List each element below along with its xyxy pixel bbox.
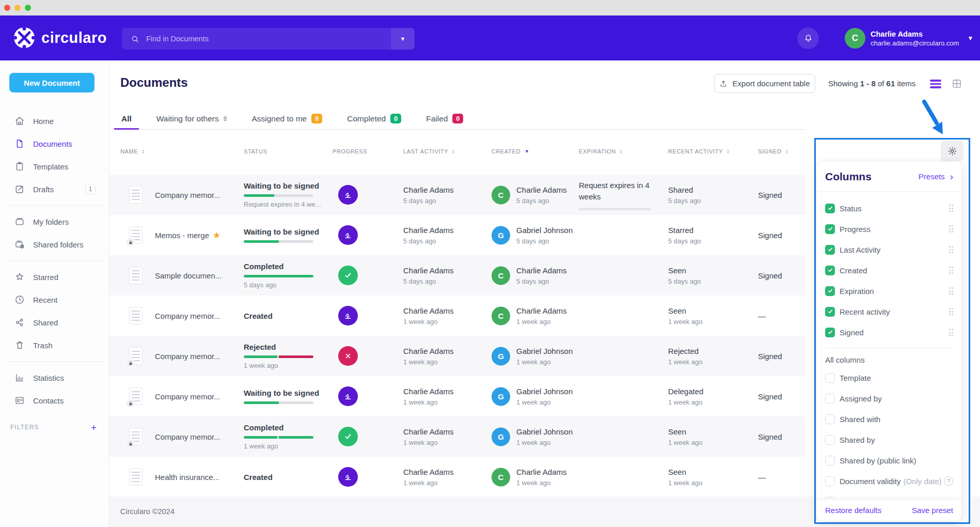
sidebar-item-statistics[interactable]: Statistics — [0, 366, 109, 389]
column-header-name[interactable]: NAME▴▾ — [120, 148, 145, 154]
column-toggle-row[interactable]: Last Activity — [825, 239, 953, 260]
sidebar-item-recent[interactable]: Recent — [0, 288, 109, 311]
table-settings-button[interactable] — [941, 141, 963, 161]
zoom-window-button[interactable] — [25, 5, 31, 11]
checked-checkbox[interactable] — [825, 328, 835, 337]
drag-handle-icon[interactable] — [949, 267, 954, 274]
drag-handle-icon[interactable] — [949, 205, 954, 212]
drag-handle-icon[interactable] — [949, 329, 954, 336]
notifications-button[interactable] — [797, 27, 819, 49]
document-name-cell[interactable]: Company memor... — [155, 312, 240, 320]
column-toggle-row[interactable]: Template — [825, 367, 953, 388]
checked-checkbox[interactable] — [825, 266, 835, 275]
column-toggle-row[interactable]: Status — [825, 198, 953, 219]
new-document-button[interactable]: New Document — [9, 73, 94, 92]
columns-dropdown: Columns Presets › StatusProgressLast Act… — [817, 162, 961, 521]
document-name-cell[interactable]: Memos - merge★ — [155, 231, 240, 240]
tab-all[interactable]: All — [120, 108, 133, 129]
tab-completed[interactable]: Completed0 — [346, 108, 402, 129]
tab-failed[interactable]: Failed0 — [425, 108, 464, 129]
recent-activity-time: 5 days ago — [668, 277, 701, 285]
sidebar-item-shared-folders[interactable]: Shared folders — [0, 233, 109, 256]
sidebar-item-my-folders[interactable]: My folders — [0, 210, 109, 233]
column-toggle-row[interactable]: Signed — [825, 322, 953, 343]
unchecked-checkbox[interactable] — [825, 394, 835, 404]
restore-defaults-link[interactable]: Restore defaults — [825, 506, 881, 515]
column-header-label: LAST ACTIVITY — [403, 148, 448, 154]
unchecked-checkbox[interactable] — [825, 435, 835, 445]
column-header-recent-activity[interactable]: RECENT ACTIVITY▴▾ — [668, 148, 730, 154]
document-name-cell[interactable]: Health insurance... — [155, 473, 240, 482]
column-toggle-row[interactable]: Expiration — [825, 281, 953, 301]
table-row[interactable]: Sample documen...Completed5 days agoChar… — [109, 255, 805, 296]
table-row[interactable]: Company memor...Waiting to be signedRequ… — [109, 175, 805, 215]
table-row[interactable]: Company memor...Completed1 week agoCharl… — [109, 416, 805, 457]
presets-button[interactable]: Presets › — [919, 172, 953, 181]
table-row[interactable]: Memos - merge★Waiting to be signedCharli… — [109, 215, 805, 255]
table-row[interactable]: Company memor...Rejected1 week agoCharli… — [109, 336, 805, 376]
checked-checkbox[interactable] — [825, 204, 835, 213]
table-row[interactable]: Company memor...CreatedCharlie Adams1 we… — [109, 296, 805, 336]
drag-handle-icon[interactable] — [949, 287, 954, 295]
checked-checkbox[interactable] — [825, 245, 835, 255]
creator-info: Gabriel Johnson1 week ago — [516, 387, 573, 406]
column-toggle-row[interactable]: Shared by (public link) — [825, 450, 953, 471]
document-name-cell[interactable]: Company memor... — [155, 392, 240, 401]
list-view-button[interactable] — [930, 80, 941, 88]
sidebar-item-home[interactable]: Home — [0, 110, 109, 132]
sidebar-item-templates[interactable]: Templates — [0, 155, 109, 178]
column-toggle-row[interactable]: Shared by — [825, 429, 953, 450]
column-toggle-row[interactable]: Assigned by — [825, 388, 953, 409]
unchecked-checkbox[interactable] — [825, 456, 835, 466]
drag-handle-icon[interactable] — [949, 225, 954, 233]
user-menu[interactable]: C Charlie Adams charlie.adams@circularo.… — [845, 28, 973, 49]
unchecked-checkbox[interactable] — [825, 476, 835, 486]
column-header-signed[interactable]: SIGNED▴▾ — [758, 148, 788, 154]
status-subtext: Request expires in 4 we... — [244, 200, 329, 208]
unchecked-checkbox[interactable] — [825, 373, 835, 383]
help-icon[interactable]: ? — [944, 476, 953, 486]
search-input[interactable]: Find in Documents ▼ — [122, 28, 415, 50]
document-name-cell[interactable]: Sample documen... — [155, 271, 240, 280]
column-toggle-row[interactable]: Created — [825, 260, 953, 281]
table-row[interactable]: Health insurance...CreatedCharlie Adams1… — [109, 457, 805, 497]
column-toggle-row[interactable]: Shared with — [825, 409, 953, 429]
search-scope-dropdown[interactable]: ▼ — [391, 28, 415, 50]
sidebar-item-trash[interactable]: Trash — [0, 334, 109, 357]
checked-checkbox[interactable] — [825, 286, 835, 296]
add-filter-button[interactable]: + — [91, 423, 97, 432]
sidebar-item-starred[interactable]: Starred — [0, 266, 109, 288]
column-header-expiration[interactable]: EXPIRATION▴▾ — [579, 148, 622, 154]
close-window-button[interactable] — [4, 5, 10, 11]
drag-handle-icon[interactable] — [949, 246, 954, 253]
save-preset-link[interactable]: Save preset — [912, 506, 953, 515]
column-header-status[interactable]: STATUS — [244, 148, 267, 154]
minimize-window-button[interactable] — [14, 5, 21, 11]
export-document-table-button[interactable]: Export document table — [714, 74, 815, 93]
column-header-created[interactable]: CREATED▼ — [492, 148, 529, 154]
document-name-cell[interactable]: Company memor... — [155, 432, 240, 441]
tab-waiting-for-others[interactable]: Waiting for others8 — [155, 108, 228, 129]
checked-checkbox[interactable] — [825, 307, 835, 317]
tab-assigned-to-me[interactable]: Assigned to me0 — [250, 108, 323, 129]
table-row[interactable]: Company memor...Waiting to be signedChar… — [109, 376, 805, 416]
sidebar-item-shared[interactable]: Shared — [0, 311, 109, 334]
unchecked-checkbox[interactable] — [825, 414, 835, 424]
sidebar-item-contacts[interactable]: Contacts — [0, 389, 109, 412]
sidebar-item-documents[interactable]: Documents — [0, 132, 109, 155]
checked-checkbox[interactable] — [825, 224, 835, 234]
column-toggle-row[interactable]: Recent activity — [825, 301, 953, 322]
grid-view-button[interactable] — [952, 79, 962, 89]
sidebar-item-label: Recent — [33, 296, 58, 304]
document-name-cell[interactable]: Company memor... — [155, 191, 240, 199]
column-toggle-row[interactable]: Document validity(Only date)? — [825, 471, 953, 491]
column-toggle-row[interactable] — [825, 491, 953, 499]
sidebar-item-drafts[interactable]: Drafts1 — [0, 178, 109, 200]
column-header-progress[interactable]: PROGRESS — [333, 148, 367, 154]
drag-handle-icon[interactable] — [949, 308, 954, 315]
column-toggle-row[interactable]: Progress — [825, 219, 953, 239]
brand-logo[interactable]: circularo — [13, 27, 107, 49]
created-time: 5 days ago — [516, 277, 567, 285]
document-name-cell[interactable]: Company memor... — [155, 352, 240, 361]
column-header-last-activity[interactable]: LAST ACTIVITY▴▾ — [403, 148, 455, 154]
